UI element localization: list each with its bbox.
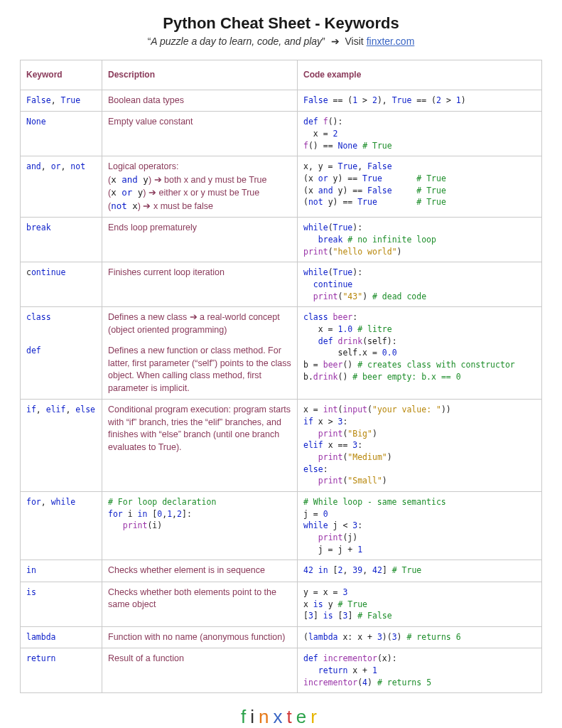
- row-none: None Empty value constant def f(): x = 2…: [21, 112, 542, 156]
- logo-letter: i: [250, 706, 259, 728]
- row-if-elif-else: if, elif, else Conditional program execu…: [21, 400, 542, 492]
- visit-label: Visit: [345, 36, 367, 47]
- row-is: is Checks whether both elements point to…: [21, 582, 542, 626]
- desc-is: Checks whether both elements point to th…: [102, 582, 298, 626]
- desc-class: Defines a new class ➔ a real-world conce…: [102, 307, 298, 341]
- code-continue: while(True): continue print("43") # dead…: [303, 267, 536, 302]
- desc-if-elif-else: Conditional program execution: program s…: [102, 400, 298, 492]
- code-is: y = x = 3 x is y # True [3] is [3] # Fal…: [303, 587, 536, 622]
- desc-false-true: Boolean data types: [102, 90, 298, 112]
- kw-in: in: [26, 564, 96, 577]
- desc-for-while-code: # For loop declaration for i in [0,1,2]:…: [108, 496, 291, 532]
- desc-lambda: Function with no name (anonymous functio…: [102, 626, 298, 648]
- logo-letter: r: [310, 706, 321, 728]
- col-code: Code example: [298, 60, 542, 90]
- logo-letter: t: [287, 706, 296, 728]
- code-class-def: class beer: x = 1.0 # litre def drink(se…: [303, 311, 536, 382]
- logo-letter: n: [259, 706, 273, 728]
- kw-and-or-not: and, or, not: [26, 161, 96, 173]
- cheatsheet-table: Keyword Description Code example False, …: [20, 60, 542, 693]
- page-title: Python Cheat Sheet - Keywords: [20, 14, 542, 33]
- desc-in: Checks whether element is in sequence: [102, 560, 298, 582]
- kw-class: class: [26, 311, 96, 323]
- code-break: while(True): break # no infinite loop pr…: [303, 222, 536, 257]
- kw-continue: continue: [26, 267, 96, 279]
- desc-break: Ends loop prematurely: [102, 218, 298, 262]
- quote-text: A puzzle a day to learn, code, and play: [151, 36, 322, 47]
- code-in: 42 in [2, 39, 42] # True: [303, 564, 536, 577]
- kw-break: break: [26, 222, 96, 234]
- logo-letter: e: [296, 706, 310, 728]
- arrow-icon: ➔: [331, 36, 340, 47]
- row-return: return Result of a function def incremen…: [21, 648, 542, 693]
- desc-continue: Finishes current loop iteration: [102, 262, 298, 307]
- logo-letter: x: [274, 706, 287, 728]
- quote-close: ”: [322, 36, 325, 47]
- row-and-or-not: and, or, not Logical operators:(x and y)…: [21, 156, 542, 218]
- kw-lambda: lambda: [26, 631, 96, 643]
- row-for-while: for, while # For loop declaration for i …: [21, 492, 542, 560]
- desc-and-or-not: Logical operators:(x and y) ➔ both x and…: [102, 156, 298, 218]
- col-keyword: Keyword: [21, 60, 102, 90]
- row-continue: continue Finishes current loop iteration…: [21, 262, 542, 307]
- kw-none: None: [26, 116, 96, 128]
- row-in: in Checks whether element is in sequence…: [21, 560, 542, 582]
- code-none: def f(): x = 2 f() == None # True: [303, 116, 536, 151]
- kw-is: is: [26, 587, 96, 599]
- page-subtitle: “A puzzle a day to learn, code, and play…: [20, 36, 542, 47]
- kw-def: def: [26, 345, 96, 357]
- code-false-true: False == (1 > 2), True == (2 > 1): [303, 95, 536, 107]
- logo-letter: f: [241, 706, 250, 728]
- table-header-row: Keyword Description Code example: [21, 60, 542, 90]
- col-description: Description: [102, 60, 298, 90]
- desc-return: Result of a function: [102, 648, 298, 693]
- code-and-or-not: x, y = True, False (x or y) == True # Tr…: [303, 161, 536, 208]
- finxter-link[interactable]: finxter.com: [367, 36, 415, 47]
- row-break: break Ends loop prematurely while(True):…: [21, 218, 542, 262]
- code-lambda: (lambda x: x + 3)(3) # returns 6: [303, 631, 536, 643]
- row-false-true: False, True Boolean data types False == …: [21, 90, 542, 112]
- code-return: def incrementor(x): return x + 1 increme…: [303, 653, 536, 688]
- code-if-elif-else: x = int(input("your value: ")) if x > 3:…: [303, 404, 536, 487]
- finxter-logo: finxter: [20, 706, 542, 728]
- kw-return: return: [26, 653, 96, 665]
- row-lambda: lambda Function with no name (anonymous …: [21, 626, 542, 648]
- code-for-while: # While loop - same semantics j = 0 whil…: [303, 496, 536, 555]
- desc-none: Empty value constant: [102, 112, 298, 156]
- kw-false-true: False, True: [26, 95, 96, 107]
- desc-def: Defines a new function or class method. …: [102, 341, 298, 400]
- row-class: class Defines a new class ➔ a real-world…: [21, 307, 542, 341]
- kw-if-elif-else: if, elif, else: [26, 404, 96, 416]
- kw-for-while: for, while: [26, 496, 96, 508]
